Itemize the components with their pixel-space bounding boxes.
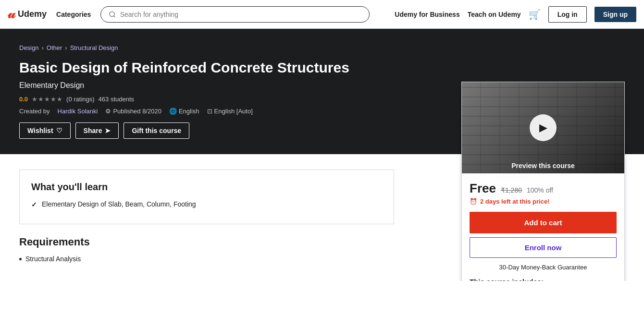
breadcrumb-design[interactable]: Design bbox=[19, 44, 38, 51]
student-count: 463 students bbox=[99, 96, 134, 103]
search-input[interactable] bbox=[120, 11, 362, 18]
search-bar bbox=[100, 6, 370, 23]
learn-item-0: ✓ Elementary Design of Slab, Beam, Colum… bbox=[31, 200, 382, 208]
wishlist-button[interactable]: Wishlist ♡ bbox=[19, 122, 71, 139]
preview-label: Preview this course bbox=[511, 162, 575, 170]
money-back-label: 30-Day Money-Back Guarantee bbox=[470, 264, 617, 271]
wishlist-label: Wishlist bbox=[27, 127, 53, 134]
star-2: ★ bbox=[38, 96, 44, 103]
includes-title: This course includes: bbox=[470, 278, 617, 281]
preview-thumbnail[interactable]: ▶ Preview this course bbox=[462, 82, 624, 173]
language-meta: 🌐 English bbox=[169, 108, 199, 115]
udemy-business-link[interactable]: Udemy for Business bbox=[395, 11, 459, 18]
login-button[interactable]: Log in bbox=[548, 6, 587, 23]
sidebar-card: ▶ Preview this course Free ₹1,280 100% o… bbox=[461, 82, 625, 281]
add-to-cart-button[interactable]: Add to cart bbox=[470, 212, 617, 233]
meta-row: Created by Hardik Solanki ⚙ Published 8/… bbox=[19, 108, 433, 115]
captions-text: English [Auto] bbox=[214, 108, 253, 115]
main-content: What you'll learn ✓ Elementary Design of… bbox=[0, 154, 413, 281]
categories-button[interactable]: Categories bbox=[52, 11, 95, 18]
share-icon: ➤ bbox=[105, 127, 111, 134]
share-button[interactable]: Share ➤ bbox=[75, 122, 119, 139]
urgency-banner: ⏰ 2 days left at this price! bbox=[470, 198, 617, 205]
star-3: ★ bbox=[44, 96, 50, 103]
enroll-now-button[interactable]: Enroll now bbox=[470, 237, 617, 258]
breadcrumb-sep1: › bbox=[41, 44, 43, 51]
star-1: ★ bbox=[32, 96, 37, 103]
check-icon: ✓ bbox=[31, 201, 37, 208]
created-by-label: Created by bbox=[19, 108, 50, 115]
share-label: Share bbox=[84, 127, 102, 134]
instructor-link[interactable]: Hardik Solanki bbox=[58, 108, 98, 115]
rating-number: 0.0 bbox=[19, 96, 28, 103]
language-text: English bbox=[179, 108, 199, 115]
published-date: Published 8/2020 bbox=[113, 108, 161, 115]
hero-section: Design › Other › Structural Design Basic… bbox=[0, 29, 644, 154]
bullet-icon bbox=[19, 258, 22, 260]
captions-meta: ⊡ English [Auto] bbox=[207, 108, 253, 115]
card-body: Free ₹1,280 100% off ⏰ 2 days left at th… bbox=[462, 173, 624, 281]
play-button[interactable]: ▶ bbox=[530, 114, 557, 141]
svg-point-0 bbox=[110, 12, 114, 16]
breadcrumb-sep2: › bbox=[65, 44, 67, 51]
navbar-right: Udemy for Business Teach on Udemy 🛒 Log … bbox=[395, 6, 636, 23]
star-5: ★ bbox=[57, 96, 62, 103]
svg-line-1 bbox=[114, 15, 115, 17]
heart-icon: ♡ bbox=[56, 127, 62, 134]
published-meta: ⚙ Published 8/2020 bbox=[105, 108, 161, 115]
star-4: ★ bbox=[50, 96, 56, 103]
learn-text-0: Elementary Design of Slab, Beam, Column,… bbox=[42, 200, 196, 208]
requirement-text-0: Structural Analysis bbox=[25, 255, 81, 263]
course-subtitle: Elementary Design bbox=[19, 81, 433, 90]
signup-button[interactable]: Sign up bbox=[594, 7, 636, 22]
alarm-icon: ⏰ bbox=[470, 198, 477, 205]
star-rating: ★ ★ ★ ★ ★ bbox=[32, 96, 62, 103]
requirements-title: Requirements bbox=[19, 236, 394, 248]
cart-icon[interactable]: 🛒 bbox=[529, 9, 541, 20]
breadcrumb-structural[interactable]: Structural Design bbox=[70, 44, 118, 51]
teach-link[interactable]: Teach on Udemy bbox=[468, 11, 521, 18]
price-original: ₹1,280 bbox=[501, 186, 522, 194]
learn-title: What you'll learn bbox=[31, 182, 382, 193]
language-icon: 🌐 bbox=[169, 108, 177, 115]
rating-count: (0 ratings) bbox=[66, 96, 95, 103]
requirement-item-0: Structural Analysis bbox=[19, 255, 394, 263]
navbar: 𝓊 Udemy Categories Udemy for Business Te… bbox=[0, 0, 644, 29]
gift-button[interactable]: Gift this course bbox=[124, 122, 189, 139]
breadcrumb-other[interactable]: Other bbox=[47, 44, 62, 51]
urgency-text: 2 days left at this price! bbox=[480, 198, 550, 205]
price-off: 100% off bbox=[527, 186, 553, 194]
breadcrumb: Design › Other › Structural Design bbox=[19, 44, 433, 51]
logo-text: Udemy bbox=[18, 9, 47, 19]
logo[interactable]: 𝓊 Udemy bbox=[8, 6, 47, 22]
action-row: Wishlist ♡ Share ➤ Gift this course bbox=[19, 122, 433, 139]
requirements-section: Requirements Structural Analysis bbox=[19, 236, 394, 263]
price-row: Free ₹1,280 100% off bbox=[470, 181, 617, 196]
captions-icon: ⊡ bbox=[207, 108, 212, 115]
published-icon: ⚙ bbox=[105, 108, 111, 115]
price-free: Free bbox=[470, 181, 496, 196]
search-icon bbox=[109, 11, 116, 18]
rating-row: 0.0 ★ ★ ★ ★ ★ (0 ratings) 463 students bbox=[19, 96, 433, 103]
logo-u: 𝓊 bbox=[8, 6, 15, 22]
course-title: Basic Design of Reinforced Concrete Stru… bbox=[19, 59, 433, 76]
learn-section: What you'll learn ✓ Elementary Design of… bbox=[19, 170, 394, 224]
